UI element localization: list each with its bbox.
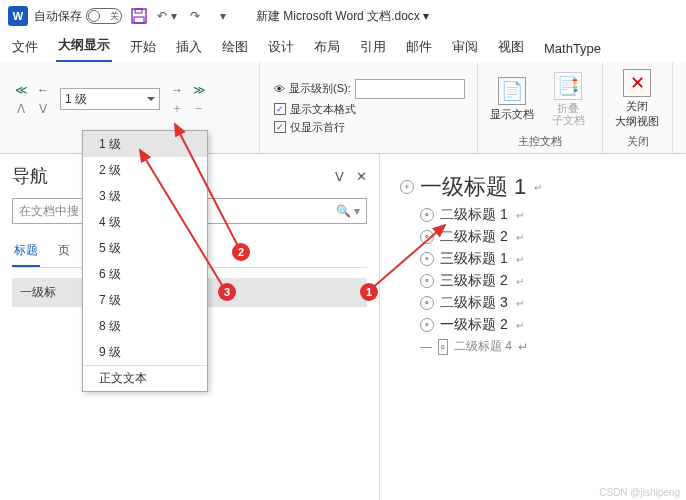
document-pane: + 一级标题 1↵ ∘二级标题 1↵ ∘二级标题 2↵ ∘三级标题 1↵ ∘三级… — [380, 154, 686, 500]
close-icon: ✕ — [623, 69, 651, 97]
chevron-down-icon[interactable]: ᐯ — [335, 169, 344, 184]
demote-icon[interactable]: → — [168, 82, 186, 98]
promote-icon[interactable]: ← — [34, 82, 52, 98]
tab-outline[interactable]: 大纲显示 — [56, 30, 112, 62]
close-icon[interactable]: ✕ — [356, 169, 367, 184]
collapse-doc-icon: 📑 — [554, 72, 582, 100]
tab-review[interactable]: 审阅 — [450, 32, 480, 62]
collapse-icon[interactable]: － — [190, 101, 208, 117]
title-bar: W 自动保存 关 ↶ ▾ ↷ ▾ 新建 Microsoft Word 文档.do… — [0, 0, 686, 32]
dropdown-item-body[interactable]: 正文文本 — [83, 365, 207, 391]
bullet-icon: ∘ — [420, 318, 434, 332]
show-document-button[interactable]: 📄 显示文档 — [486, 75, 538, 124]
expand-bullet-icon[interactable]: + — [400, 180, 414, 194]
autosave-label: 自动保存 — [34, 8, 82, 25]
show-text-format-label: 显示文本格式 — [290, 102, 356, 117]
group-label-close: 关闭 — [611, 132, 664, 149]
show-level-select[interactable] — [355, 79, 465, 99]
save-icon[interactable] — [128, 5, 150, 27]
outline-h1[interactable]: + 一级标题 1↵ — [400, 172, 666, 202]
close-outline-button[interactable]: ✕ 关闭 大纲视图 — [611, 67, 663, 131]
outline-item[interactable]: ∘二级标题 3↵ — [420, 294, 666, 312]
nav-tab-pages[interactable]: 页 — [56, 236, 72, 267]
dropdown-item-5[interactable]: 5 级 — [83, 235, 207, 261]
dropdown-item-4[interactable]: 4 级 — [83, 209, 207, 235]
annotation-2: 2 — [232, 243, 250, 261]
bullet-icon: ∘ — [420, 208, 434, 222]
redo-icon[interactable]: ↷ — [184, 5, 206, 27]
annotation-3: 3 — [218, 283, 236, 301]
outline-item[interactable]: ∘二级标题 1↵ — [420, 206, 666, 224]
checkbox-first-line[interactable]: ✓ — [274, 121, 286, 133]
watermark: CSDN @jishipeng — [599, 487, 680, 498]
level-dropdown: 1 级 2 级 3 级 4 级 5 级 6 级 7 级 8 级 9 级 正文文本 — [82, 130, 208, 392]
tab-view[interactable]: 视图 — [496, 32, 526, 62]
collapse-subdoc-button[interactable]: 📑 折叠 子文档 — [542, 70, 594, 128]
show-level-label: 显示级别(S): — [289, 81, 351, 96]
tab-mailings[interactable]: 邮件 — [404, 32, 434, 62]
tab-file[interactable]: 文件 — [10, 32, 40, 62]
group-label-master: 主控文档 — [486, 132, 594, 149]
tab-insert[interactable]: 插入 — [174, 32, 204, 62]
chevron-down-icon — [147, 97, 155, 105]
demote-double-icon[interactable]: ≫ — [190, 82, 208, 98]
nav-title: 导航 — [12, 164, 48, 188]
tab-design[interactable]: 设计 — [266, 32, 296, 62]
qat-more-icon[interactable]: ▾ — [212, 5, 234, 27]
outline-item[interactable]: ∘三级标题 2↵ — [420, 272, 666, 290]
ribbon-tabs: 文件 大纲显示 开始 插入 绘图 设计 布局 引用 邮件 审阅 视图 MathT… — [0, 32, 686, 62]
paragraph-mark-icon: ↵ — [534, 182, 542, 193]
tab-references[interactable]: 引用 — [358, 32, 388, 62]
svg-rect-2 — [134, 17, 144, 23]
eye-icon: 👁 — [274, 83, 285, 95]
checkbox-text-format[interactable]: ✓ — [274, 103, 286, 115]
document-icon: 📄 — [498, 77, 526, 105]
level-value: 1 级 — [65, 91, 87, 108]
outline-level-select[interactable]: 1 级 — [60, 88, 160, 110]
tab-mathtype[interactable]: MathType — [542, 35, 603, 62]
tab-home[interactable]: 开始 — [128, 32, 158, 62]
outline-collapsed-indicator: —∘二级标题 4↵ — [420, 338, 666, 355]
dropdown-item-9[interactable]: 9 级 — [83, 339, 207, 365]
bullet-icon: ∘ — [420, 252, 434, 266]
expand-icon[interactable]: ＋ — [168, 101, 186, 117]
undo-icon[interactable]: ↶ ▾ — [156, 5, 178, 27]
word-icon: W — [8, 6, 28, 26]
dropdown-item-8[interactable]: 8 级 — [83, 313, 207, 339]
dropdown-item-6[interactable]: 6 级 — [83, 261, 207, 287]
bullet-icon: ∘ — [420, 274, 434, 288]
move-down-icon[interactable]: ᐯ — [34, 101, 52, 117]
bullet-icon: ∘ — [420, 230, 434, 244]
annotation-1: 1 — [360, 283, 378, 301]
bullet-icon: ∘ — [420, 296, 434, 310]
dropdown-item-2[interactable]: 2 级 — [83, 157, 207, 183]
search-icon: 🔍 ▾ — [336, 204, 360, 218]
outline-item[interactable]: ∘三级标题 1↵ — [420, 250, 666, 268]
tab-draw[interactable]: 绘图 — [220, 32, 250, 62]
dropdown-item-7[interactable]: 7 级 — [83, 287, 207, 313]
autosave-toggle[interactable]: 自动保存 关 — [34, 8, 122, 25]
tab-layout[interactable]: 布局 — [312, 32, 342, 62]
outline-item[interactable]: ∘一级标题 2↵ — [420, 316, 666, 334]
outline-item[interactable]: ∘二级标题 2↵ — [420, 228, 666, 246]
dropdown-item-1[interactable]: 1 级 — [83, 131, 207, 157]
outline-nav-arrows: ≪ ← ᐱ ᐯ — [8, 78, 56, 121]
move-up-icon[interactable]: ᐱ — [12, 101, 30, 117]
document-title[interactable]: 新建 Microsoft Word 文档.docx ▾ — [256, 8, 429, 25]
outline-nav-arrows-right: → ≫ ＋ － — [164, 78, 212, 121]
dropdown-item-3[interactable]: 3 级 — [83, 183, 207, 209]
promote-double-icon[interactable]: ≪ — [12, 82, 30, 98]
toggle-switch[interactable]: 关 — [86, 8, 122, 24]
nav-tab-headings[interactable]: 标题 — [12, 236, 40, 267]
show-first-line-label: 仅显示首行 — [290, 120, 345, 135]
